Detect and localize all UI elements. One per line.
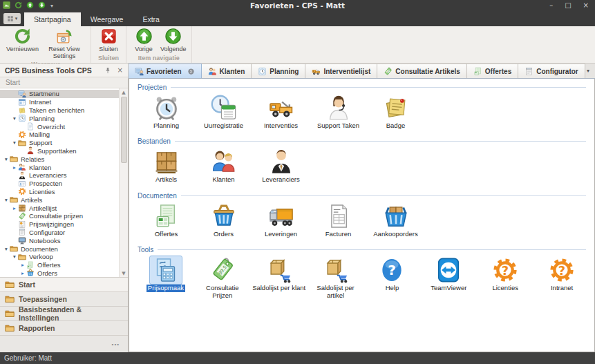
- ribbon-tab-weergave[interactable]: Weergave: [81, 12, 133, 26]
- launcher-item-uurregistratie[interactable]: Uurregistratie: [195, 94, 252, 129]
- section-header: Bestanden: [138, 137, 590, 145]
- svg-text:?: ?: [388, 262, 397, 278]
- tree-expand-icon[interactable]: ▾: [11, 253, 18, 260]
- scroll-thumb[interactable]: [121, 97, 127, 163]
- qat-app-logo-button[interactable]: [3, 0, 10, 12]
- tab-interventielijst[interactable]: Interventielijst: [305, 64, 377, 78]
- tree-expand-icon[interactable]: ▾: [11, 115, 18, 122]
- launcher-item-prijsopmaak[interactable]: Prijsopmaak: [138, 256, 194, 299]
- tree-expand-icon[interactable]: ▾: [3, 246, 10, 252]
- tree-expand-icon[interactable]: ▾: [3, 156, 10, 162]
- tabs-dropdown-icon[interactable]: ▾: [587, 68, 589, 74]
- tree-item-configurator[interactable]: Configurator: [0, 229, 119, 237]
- launcher-item-teamviewer[interactable]: TeamViewer: [420, 256, 477, 299]
- sidebar-nav-rapporten[interactable]: Rapporten: [0, 320, 128, 335]
- launcher-item-facturen[interactable]: Facturen: [310, 202, 367, 238]
- tree-item-notebooks[interactable]: Notebooks: [0, 236, 119, 245]
- tree-item-documenten[interactable]: ▾Documenten: [0, 245, 119, 253]
- launcher-item-support-taken[interactable]: Support Taken: [310, 94, 367, 129]
- tree-expand-icon[interactable]: ▾: [11, 140, 18, 146]
- ribbon-tab-startpagina[interactable]: Startpagina: [24, 12, 81, 26]
- launcher-item-badge[interactable]: Badge: [367, 94, 424, 129]
- quick-access-toolbar: ▾: [0, 0, 53, 12]
- minimize-button[interactable]: –: [549, 0, 553, 10]
- tree-item-relaties[interactable]: ▾Relaties: [0, 155, 119, 163]
- tab-consultatie-artikels[interactable]: 99,5Consultatie Artikels: [377, 64, 467, 78]
- price-tag-icon: 99,5: [384, 67, 393, 76]
- launcher-item-offertes[interactable]: Offertes: [138, 202, 195, 238]
- app-menu-button[interactable]: ▾: [3, 13, 21, 24]
- tree-item-prospecten[interactable]: Prospecten: [0, 180, 119, 188]
- tree-expand-icon[interactable]: ▸: [19, 262, 26, 268]
- launcher-item-leveranciers[interactable]: Leveranciers: [252, 148, 310, 183]
- tab-offertes[interactable]: Offertes: [467, 64, 518, 78]
- launcher-item-orders[interactable]: Orders: [195, 202, 252, 238]
- tree-item-startmenu[interactable]: Startmenu: [0, 90, 119, 98]
- launcher-item-consultatie-prijzen[interactable]: 99,5Consultatie Prijzen: [194, 256, 251, 299]
- tree-expand-icon[interactable]: ▸: [11, 205, 18, 211]
- tree-expand-icon[interactable]: ▾: [3, 197, 10, 203]
- tree-item-licenties[interactable]: Licenties: [0, 188, 119, 196]
- sidebar-nav-start[interactable]: Start: [0, 277, 128, 291]
- ribbon-button-vernieuwen[interactable]: Vernieuwen: [4, 27, 41, 53]
- scroll-down-icon[interactable]: ▼: [122, 269, 125, 277]
- circle-up-icon: [26, 1, 34, 9]
- tree-item-artikels[interactable]: ▾Artikels: [0, 195, 119, 204]
- tree-item-supporttaken[interactable]: Supporttaken: [0, 147, 119, 155]
- launcher-item-aankooporders[interactable]: Aankooporders: [367, 202, 424, 238]
- tab-planning[interactable]: Planning: [252, 64, 305, 78]
- panel-close-icon[interactable]: ×: [117, 66, 123, 74]
- sidebar-nav-toepassingen[interactable]: Toepassingen: [0, 291, 128, 306]
- tree-item-planning[interactable]: ▾Planning: [0, 114, 119, 122]
- tree-item-intranet[interactable]: Intranet: [0, 98, 119, 106]
- launcher-item-artikels[interactable]: Artikels: [138, 148, 195, 183]
- pin-icon[interactable]: [104, 67, 111, 74]
- tab-klanten[interactable]: Klanten: [202, 64, 252, 78]
- ribbon-tabs: StartpaginaWeergaveExtra: [24, 12, 169, 26]
- tab-close-icon[interactable]: [187, 68, 195, 75]
- tree-item-overzicht[interactable]: Overzicht: [0, 122, 119, 131]
- folder-icon: [10, 155, 18, 163]
- qat-circle-down-button[interactable]: [38, 0, 46, 12]
- launcher-item-leveringen[interactable]: Leveringen: [252, 202, 310, 238]
- launcher-item-licenties[interactable]: ?Licenties: [477, 256, 533, 299]
- tree-item-orders[interactable]: ▸Orders: [0, 269, 119, 277]
- maximize-button[interactable]: □: [565, 0, 571, 10]
- tree-item-artikellijst[interactable]: ▸Artikellijst: [0, 204, 119, 212]
- close-button[interactable]: ×: [583, 0, 589, 10]
- scroll-up-icon[interactable]: ▲: [122, 88, 125, 96]
- qat-refresh-green-button[interactable]: [15, 0, 22, 12]
- launcher-item-help[interactable]: ?Help: [364, 256, 421, 299]
- tree-item-verkoop[interactable]: ▾Verkoop: [0, 253, 119, 261]
- tree-item-prijswijzigingen[interactable]: Prijswijzigingen: [0, 220, 119, 229]
- tree-expand-icon[interactable]: ▸: [19, 270, 26, 276]
- launcher-item-saldolijst-per-artikel[interactable]: Saldolijst per artikel: [308, 256, 364, 299]
- ribbon-button-label: Vernieuwen: [6, 46, 39, 52]
- tree-scrollbar[interactable]: ▲ ▼: [119, 88, 128, 277]
- tab-configurator[interactable]: Configurator: [518, 64, 585, 78]
- launcher-item-interventies[interactable]: Interventies: [252, 94, 310, 129]
- tree-item-offertes[interactable]: ▸Offertes: [0, 261, 119, 269]
- ribbon-tab-extra[interactable]: Extra: [133, 12, 169, 26]
- launcher-item-klanten[interactable]: Klanten: [195, 148, 252, 183]
- launcher-item-saldolijst-per-klant[interactable]: Saldolijst per klant: [251, 256, 308, 299]
- qat-circle-up-button[interactable]: [26, 0, 34, 12]
- launcher-item-planning[interactable]: Planning: [138, 94, 195, 129]
- tree-item-mailing[interactable]: Mailing: [0, 131, 119, 139]
- ribbon-button-volgende[interactable]: Volgende: [158, 27, 189, 53]
- sidebar-nav-basisbestanden-instellingen[interactable]: Basisbestanden & Instellingen: [0, 306, 128, 320]
- tab-favorieten[interactable]: Favorieten: [129, 64, 202, 78]
- tree-item-klanten[interactable]: ▸Klanten: [0, 163, 119, 171]
- ribbon-button-sluiten[interactable]: Sluiten: [94, 27, 123, 53]
- ribbon-button-vorige[interactable]: Vorige: [129, 27, 158, 53]
- tree-expand-icon[interactable]: ▸: [11, 164, 18, 171]
- tree-item-support[interactable]: ▾Support: [0, 139, 119, 147]
- sidebar-nav-label: Toepassingen: [19, 295, 67, 303]
- launcher-item-intranet[interactable]: ?Intranet: [533, 256, 590, 299]
- tree-item-taken-en-berichten[interactable]: Taken en berichten: [0, 106, 119, 115]
- tree-item-consultatie-prijzen[interactable]: 99,5Consultatie prijzen: [0, 212, 119, 220]
- overflow-button[interactable]: •••: [112, 341, 120, 347]
- tree-item-leveranciers[interactable]: Leveranciers: [0, 171, 119, 180]
- qat-dropdown-icon[interactable]: ▾: [50, 3, 53, 9]
- ribbon-button-reset-view-settings[interactable]: Reset View Settings: [41, 27, 88, 61]
